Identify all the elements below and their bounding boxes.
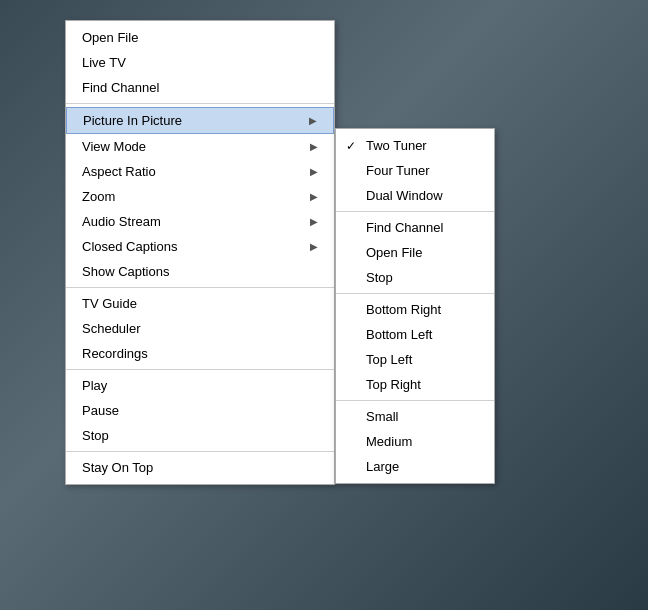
menu-separator — [66, 287, 334, 288]
submenu-item-four-tuner[interactable]: Four Tuner — [336, 158, 494, 183]
submenu-item-label-top-left: Top Left — [366, 352, 412, 367]
menu-item-tv-guide[interactable]: TV Guide — [66, 291, 334, 316]
menu-separator — [66, 369, 334, 370]
menu-item-label-tv-guide: TV Guide — [82, 296, 318, 311]
menu-item-label-recordings: Recordings — [82, 346, 318, 361]
menu-item-picture-in-picture[interactable]: Picture In Picture▶ — [66, 107, 334, 134]
menu-item-open-file[interactable]: Open File — [66, 25, 334, 50]
menu-item-label-view-mode: View Mode — [82, 139, 302, 154]
menu-item-label-live-tv: Live TV — [82, 55, 318, 70]
menu-item-label-show-captions: Show Captions — [82, 264, 318, 279]
menu-item-pause[interactable]: Pause — [66, 398, 334, 423]
submenu-item-small[interactable]: Small — [336, 404, 494, 429]
sub-separator — [336, 293, 494, 294]
sub-menu[interactable]: ✓Two TunerFour TunerDual WindowFind Chan… — [335, 128, 495, 484]
menu-item-show-captions[interactable]: Show Captions — [66, 259, 334, 284]
menu-item-audio-stream[interactable]: Audio Stream▶ — [66, 209, 334, 234]
menu-separator — [66, 451, 334, 452]
menu-item-label-closed-captions: Closed Captions — [82, 239, 302, 254]
submenu-arrow-icon: ▶ — [310, 241, 318, 252]
context-menu-container: Open FileLive TVFind ChannelPicture In P… — [65, 20, 495, 485]
menu-separator — [66, 103, 334, 104]
menu-item-stay-on-top[interactable]: Stay On Top — [66, 455, 334, 480]
submenu-item-dual-window[interactable]: Dual Window — [336, 183, 494, 208]
menu-item-label-stop: Stop — [82, 428, 318, 443]
submenu-arrow-icon: ▶ — [310, 141, 318, 152]
menu-item-label-picture-in-picture: Picture In Picture — [83, 113, 301, 128]
submenu-item-large[interactable]: Large — [336, 454, 494, 479]
menu-item-aspect-ratio[interactable]: Aspect Ratio▶ — [66, 159, 334, 184]
menu-item-label-play: Play — [82, 378, 318, 393]
submenu-item-bottom-right[interactable]: Bottom Right — [336, 297, 494, 322]
menu-item-label-open-file: Open File — [82, 30, 318, 45]
menu-item-stop[interactable]: Stop — [66, 423, 334, 448]
menu-item-label-pause: Pause — [82, 403, 318, 418]
submenu-arrow-icon: ▶ — [309, 115, 317, 126]
submenu-item-label-bottom-right: Bottom Right — [366, 302, 441, 317]
submenu-item-label-bottom-left: Bottom Left — [366, 327, 432, 342]
menu-item-closed-captions[interactable]: Closed Captions▶ — [66, 234, 334, 259]
submenu-item-stop-sub[interactable]: Stop — [336, 265, 494, 290]
checkmark-icon: ✓ — [346, 139, 356, 153]
menu-item-scheduler[interactable]: Scheduler — [66, 316, 334, 341]
menu-item-label-aspect-ratio: Aspect Ratio — [82, 164, 302, 179]
submenu-arrow-icon: ▶ — [310, 216, 318, 227]
menu-item-zoom[interactable]: Zoom▶ — [66, 184, 334, 209]
submenu-arrow-icon: ▶ — [310, 166, 318, 177]
submenu-item-label-top-right: Top Right — [366, 377, 421, 392]
sub-separator — [336, 211, 494, 212]
submenu-item-label-dual-window: Dual Window — [366, 188, 443, 203]
menu-item-label-scheduler: Scheduler — [82, 321, 318, 336]
submenu-item-top-right[interactable]: Top Right — [336, 372, 494, 397]
sub-separator — [336, 400, 494, 401]
submenu-item-top-left[interactable]: Top Left — [336, 347, 494, 372]
menu-item-label-audio-stream: Audio Stream — [82, 214, 302, 229]
menu-item-live-tv[interactable]: Live TV — [66, 50, 334, 75]
main-menu[interactable]: Open FileLive TVFind ChannelPicture In P… — [65, 20, 335, 485]
menu-item-label-stay-on-top: Stay On Top — [82, 460, 318, 475]
submenu-item-label-four-tuner: Four Tuner — [366, 163, 430, 178]
submenu-item-label-two-tuner: Two Tuner — [366, 138, 427, 153]
submenu-item-label-stop-sub: Stop — [366, 270, 393, 285]
submenu-item-label-find-channel-sub: Find Channel — [366, 220, 443, 235]
submenu-arrow-icon: ▶ — [310, 191, 318, 202]
submenu-item-open-file-sub[interactable]: Open File — [336, 240, 494, 265]
menu-item-recordings[interactable]: Recordings — [66, 341, 334, 366]
submenu-item-bottom-left[interactable]: Bottom Left — [336, 322, 494, 347]
submenu-item-medium[interactable]: Medium — [336, 429, 494, 454]
submenu-item-label-large: Large — [366, 459, 399, 474]
menu-item-label-find-channel: Find Channel — [82, 80, 318, 95]
menu-item-view-mode[interactable]: View Mode▶ — [66, 134, 334, 159]
menu-item-play[interactable]: Play — [66, 373, 334, 398]
submenu-item-find-channel-sub[interactable]: Find Channel — [336, 215, 494, 240]
submenu-item-label-open-file-sub: Open File — [366, 245, 422, 260]
submenu-item-label-medium: Medium — [366, 434, 412, 449]
menu-item-find-channel[interactable]: Find Channel — [66, 75, 334, 100]
submenu-item-label-small: Small — [366, 409, 399, 424]
menu-item-label-zoom: Zoom — [82, 189, 302, 204]
submenu-item-two-tuner[interactable]: ✓Two Tuner — [336, 133, 494, 158]
